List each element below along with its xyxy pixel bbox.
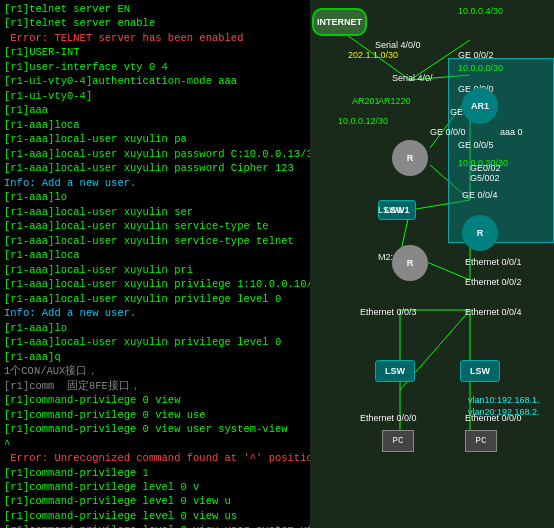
pc2: PC xyxy=(465,430,497,452)
m2-text-label: M2: xyxy=(378,252,393,262)
port-ge004: GE 0/0/4 xyxy=(462,190,498,200)
ar1-label: AR1 xyxy=(471,101,489,111)
terminal-line: [r1-aaa]lo xyxy=(4,321,306,335)
port-serial1: Serial 4/0/0 xyxy=(375,40,421,50)
terminal-line: [r1-aaa]q xyxy=(4,350,306,364)
port-ge002: GE 0/0/2 xyxy=(458,50,494,60)
internet-label: INTERNET xyxy=(317,17,362,27)
pc2-label: PC xyxy=(476,436,487,446)
r1-router: R xyxy=(392,140,428,176)
eth001: Ethernet 0/0/1 xyxy=(465,257,522,267)
vlan10-label: vlan10:192.168.1. xyxy=(468,395,540,405)
pc1-label: PC xyxy=(393,436,404,446)
ar201-label: AR201 xyxy=(352,96,380,106)
terminal-line: Error: TELNET server has been enabled xyxy=(4,31,306,45)
lsw2-left-label: LSW xyxy=(385,366,405,376)
pc1: PC xyxy=(382,430,414,452)
terminal-line: 1个CON/AUX接口， xyxy=(4,364,306,378)
terminal-line: ^ xyxy=(4,437,306,451)
m2-router: R xyxy=(392,245,428,281)
terminal-line: [r1-aaa]loca xyxy=(4,118,306,132)
terminal-line: [r1]user-interface vty 0 4 xyxy=(4,60,306,74)
terminal-line: [r1]command-privilege 0 view user system… xyxy=(4,422,306,436)
terminal-line: [r1-aaa]local-user xuyulin privilege lev… xyxy=(4,335,306,349)
lsw2-left: LSW xyxy=(375,360,415,382)
port-ge005: GE 0/0/5 xyxy=(458,140,494,150)
m2-label: R xyxy=(407,258,414,268)
ip-label-1: 10.0.0.4/30 xyxy=(458,6,503,16)
aaa-label: aaa 0 xyxy=(500,127,523,137)
eth004: Ethernet 0/0/4 xyxy=(465,307,522,317)
terminal-line: [r1]command-privilege level 0 v xyxy=(4,480,306,494)
terminal-line: [r1-aaa]lo xyxy=(4,190,306,204)
terminal-line: [r1-aaa]local-user xuyulin privilege lev… xyxy=(4,292,306,306)
terminal-line: Info: Add a new user. xyxy=(4,306,306,320)
g5002: G5/002 xyxy=(470,173,500,183)
terminal-line: [r1-aaa]local-user xuyulin privilege 1:1… xyxy=(4,277,306,291)
topology-panel: INTERNET 10.0.0.4/30 10.0.0.0/30 202.1.1… xyxy=(310,0,554,528)
terminal-line: [r1-aaa]local-user xuyulin ser xyxy=(4,205,306,219)
eth002: Ethernet 0/0/2 xyxy=(465,277,522,287)
port-serial2: Serial 4/0/ xyxy=(392,73,433,83)
terminal-line: [r1-aaa]local-user xuyulin service-type … xyxy=(4,234,306,248)
terminal-line: [r1-aaa]local-user xuyulin service-type … xyxy=(4,219,306,233)
lsw2-right: LSW xyxy=(460,360,500,382)
terminal-line: [r1]command-privilege 1 xyxy=(4,466,306,480)
ar2-router-label: R xyxy=(477,228,484,238)
main-container: [r1]telnet server EN[r1]telnet server en… xyxy=(0,0,554,528)
lsw1-text: LSW1 xyxy=(378,205,403,215)
terminal-line: [r1-aaa]local-user xuyulin password Ciph… xyxy=(4,161,306,175)
terminal-line: [r1]USER-INT xyxy=(4,45,306,59)
ar2-router: R xyxy=(462,215,498,251)
terminal-line: [r1-aaa]local-user xuyulin pri xyxy=(4,263,306,277)
terminal-line: [r1-aaa]local-user xuyulin pa xyxy=(4,132,306,146)
terminal-line: [r1]telnet server EN xyxy=(4,2,306,16)
eth003: Ethernet 0/0/3 xyxy=(360,307,417,317)
vlan20-label: vlan20:192.168.2. xyxy=(468,407,540,417)
terminal-panel[interactable]: [r1]telnet server EN[r1]telnet server en… xyxy=(0,0,310,528)
terminal-line: [r1-aaa]loca xyxy=(4,248,306,262)
terminal-line: [r1-ui-vty0-4] xyxy=(4,89,306,103)
ar1220-label: AR1220 xyxy=(378,96,411,106)
r1-label: R xyxy=(407,153,414,163)
eth-sw1: Ethernet 0/0/0 xyxy=(360,413,417,423)
terminal-line: [r1]aaa xyxy=(4,103,306,117)
internet-cloud: INTERNET xyxy=(312,8,367,36)
terminal-line: [r1]telnet server enable xyxy=(4,16,306,30)
terminal-line: [r1-ui-vty0-4]authentication-mode aaa xyxy=(4,74,306,88)
ip-label-3: 10.0.0.12/30 xyxy=(338,116,388,126)
ip-label-serial: 202.1.1.0/30 xyxy=(348,50,398,60)
lsw2-right-label: LSW xyxy=(470,366,490,376)
terminal-line: Error: Unrecognized command found at '^'… xyxy=(4,451,306,465)
ar1-router: AR1 xyxy=(462,88,498,124)
terminal-line: [r1]command-privilege level 0 view us xyxy=(4,509,306,523)
terminal-line: [r1-aaa]local-user xuyulin password C:10… xyxy=(4,147,306,161)
terminal-line: [r1]command-privilege level 0 view u xyxy=(4,494,306,508)
ge002-alt: GE0/02 xyxy=(470,163,501,173)
terminal-line: [r1]comm 固定8FE接口， xyxy=(4,379,306,393)
terminal-line: [r1]command-privilege 0 view xyxy=(4,393,306,407)
ip-label-2: 10.0.0.0/30 xyxy=(458,63,503,73)
port-ge000b: GE 0/0/0 xyxy=(430,127,466,137)
terminal-line: [r1]command-privilege 0 view use xyxy=(4,408,306,422)
terminal-line: Info: Add a new user. xyxy=(4,176,306,190)
terminal-line: [r1]command-privilege level 0 view user … xyxy=(4,523,306,528)
